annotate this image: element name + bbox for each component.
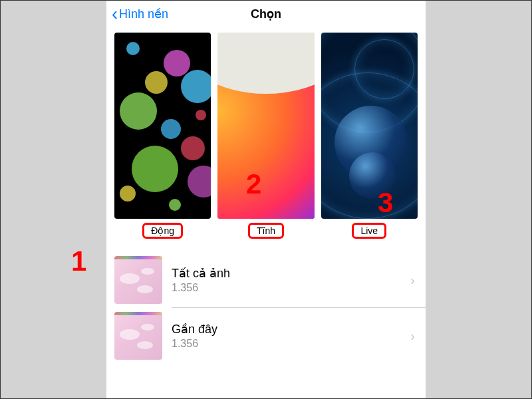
phone-screen: ‹ Hình nền Chọn 2 3 Động: [106, 1, 426, 399]
wallpaper-category-still[interactable]: Tĩnh: [217, 33, 314, 239]
album-count: 1.356: [172, 338, 401, 350]
wallpaper-category-dynamic[interactable]: 2 3 Động: [114, 33, 211, 239]
annotation-2: 2: [246, 168, 261, 200]
chevron-right-icon: ›: [410, 329, 418, 344]
album-count: 1.356: [172, 282, 401, 294]
page-title: Chọn: [251, 7, 281, 21]
album-row-all-photos[interactable]: Tất cả ảnh 1.356 ›: [106, 252, 426, 308]
album-list: Tất cả ảnh 1.356 › Gần đây 1.356 ›: [106, 252, 426, 364]
still-wallpaper-thumbnail: [217, 33, 314, 219]
album-title: Gần đây: [172, 322, 401, 336]
chevron-right-icon: ›: [410, 273, 418, 288]
album-info: Gần đây 1.356: [172, 322, 401, 350]
wallpaper-label-still: Tĩnh: [248, 223, 284, 239]
back-button[interactable]: ‹ Hình nền: [112, 5, 168, 23]
album-thumbnail: [114, 312, 162, 360]
wallpaper-category-live[interactable]: Live: [321, 33, 418, 239]
annotation-3: 3: [378, 187, 393, 219]
navigation-bar: ‹ Hình nền Chọn: [106, 1, 426, 27]
chevron-left-icon: ‹: [112, 5, 118, 23]
album-row-recent[interactable]: Gần đây 1.356 ›: [106, 308, 426, 364]
back-label: Hình nền: [119, 7, 168, 21]
wallpaper-label-live: Live: [352, 223, 386, 239]
live-wallpaper-thumbnail: [321, 33, 418, 219]
album-title: Tất cả ảnh: [172, 266, 401, 281]
wallpaper-label-dynamic: Động: [142, 223, 183, 239]
wallpaper-category-grid: 2 3 Động Tĩnh Live: [106, 27, 426, 241]
album-info: Tất cả ảnh 1.356: [172, 266, 401, 294]
album-thumbnail: [114, 256, 162, 304]
annotation-1: 1: [71, 245, 86, 277]
dynamic-wallpaper-thumbnail: [114, 33, 211, 219]
